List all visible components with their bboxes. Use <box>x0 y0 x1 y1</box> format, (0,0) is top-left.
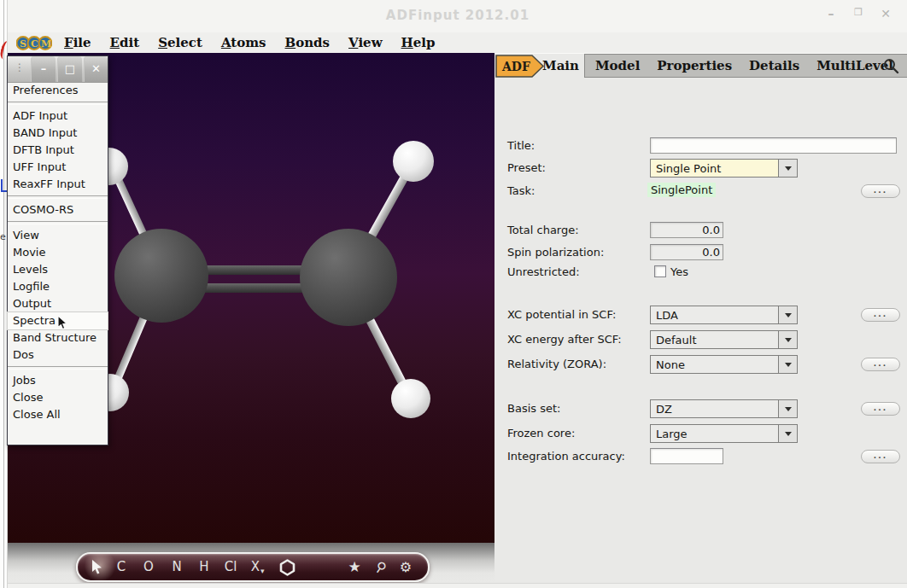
chevron-down-icon[interactable] <box>778 306 797 323</box>
menu-separator <box>8 366 108 370</box>
menu-view[interactable]: View <box>348 35 383 50</box>
tab-main[interactable]: Main <box>537 55 584 78</box>
tab-properties[interactable]: Properties <box>657 58 732 73</box>
preset-row: Preset: Single Point <box>494 159 907 178</box>
menu-item-levels[interactable]: Levels <box>8 261 108 278</box>
spin-polarization-label: Spin polarization: <box>507 246 604 259</box>
frozen-core-dropdown[interactable]: Large <box>650 424 798 443</box>
carbon-atom-left[interactable] <box>114 229 208 323</box>
menu-item-dftb-input[interactable]: DFTB Input <box>8 142 108 159</box>
menu-item-band-structure[interactable]: Band Structure <box>8 329 108 346</box>
basis-set-dropdown[interactable]: DZ <box>650 399 798 418</box>
preset-dropdown[interactable]: Single Point <box>650 159 798 178</box>
ring-tool-icon[interactable] <box>276 554 298 580</box>
unrestricted-label: Unrestricted: <box>507 265 580 278</box>
menu-item-output[interactable]: Output <box>8 295 108 312</box>
menu-item-preferences[interactable]: Preferences <box>8 82 108 99</box>
hydrogen-atom-button[interactable]: H <box>193 554 215 580</box>
menu-help[interactable]: Help <box>401 35 436 50</box>
menu-file[interactable]: File <box>64 35 91 50</box>
chevron-down-icon[interactable] <box>778 356 797 373</box>
oxygen-atom-button[interactable]: O <box>138 554 160 580</box>
menu-item-close-all[interactable]: Close All <box>8 406 108 423</box>
menu-item-dos[interactable]: Dos <box>8 346 108 364</box>
title-input[interactable] <box>650 137 897 154</box>
xc-potential-dropdown[interactable]: LDA <box>650 306 798 324</box>
carbon-atom-right[interactable] <box>300 229 397 326</box>
tab-multilevel[interactable]: MultiLevel <box>816 58 893 73</box>
menu-item-jobs[interactable]: Jobs <box>8 372 108 389</box>
measure-tool-icon[interactable]: ⚲ <box>370 554 392 580</box>
tab-details[interactable]: Details <box>749 58 799 73</box>
unrestricted-row: Unrestricted: Yes <box>494 263 907 282</box>
menu-titlebar[interactable]: ⋮ – □ ✕ <box>8 56 108 83</box>
menu-item-cosmo-rs[interactable]: COSMO-RS <box>8 201 108 218</box>
unrestricted-checkbox[interactable] <box>654 265 666 277</box>
atom-toolbar: C O N H Cl X▾ ★ ⚲ ⚙ <box>76 552 430 582</box>
titlebar[interactable]: ADFinput 2012.01 – ❒ ✕ <box>8 0 907 32</box>
maximize-icon[interactable]: ❒ <box>851 7 865 20</box>
hydrogen-atom-top-right[interactable] <box>393 141 434 182</box>
star-tool-icon[interactable]: ★ <box>343 554 366 580</box>
integration-accuracy-input[interactable] <box>650 448 723 464</box>
xc-energy-dropdown[interactable]: Default <box>650 330 798 349</box>
nitrogen-atom-button[interactable]: N <box>166 554 188 580</box>
chevron-down-icon[interactable] <box>778 331 797 348</box>
gear-icon[interactable]: ⚙ <box>395 554 417 580</box>
main-form: Title: Preset: Single Point Task: Single… <box>494 77 907 583</box>
menu-item-adf-input[interactable]: ADF Input <box>8 108 108 125</box>
pointer-tool-icon[interactable] <box>85 554 108 580</box>
spin-polarization-row: Spin polarization: <box>494 243 907 262</box>
menu-atoms[interactable]: Atoms <box>221 35 266 50</box>
hydrogen-atom-bottom-right[interactable] <box>391 379 430 418</box>
total-charge-input[interactable] <box>650 222 723 238</box>
chlorine-atom-button[interactable]: Cl <box>219 554 242 580</box>
frozen-core-row: Frozen core: Large <box>494 424 907 443</box>
menu-maximize-icon[interactable]: □ <box>57 56 82 82</box>
tab-model[interactable]: Model <box>595 58 640 73</box>
relativity-label: Relativity (ZORA): <box>507 358 606 370</box>
chevron-down-icon[interactable] <box>778 400 797 417</box>
task-value[interactable]: SinglePoint <box>647 183 716 197</box>
integration-accuracy-row: Integration accuracy: ... <box>494 447 907 466</box>
menu-item-close[interactable]: Close <box>8 389 108 406</box>
scm-logo-icon[interactable]: S C M <box>16 34 52 52</box>
minimize-icon[interactable]: – <box>824 7 838 20</box>
search-icon[interactable] <box>883 58 899 77</box>
tab-strip: Model Properties Details MultiLevel <box>584 54 907 78</box>
settings-panel: ADF Main Model Properties Details MultiL… <box>494 53 907 583</box>
screen: e ADFinput 2012.01 – ❒ ✕ S C M <box>0 0 907 588</box>
menu-item-view[interactable]: View <box>8 227 108 244</box>
menu-item-uff-input[interactable]: UFF Input <box>8 159 108 176</box>
spin-polarization-input[interactable] <box>650 244 723 260</box>
task-more-button[interactable]: ... <box>861 184 900 198</box>
close-icon[interactable]: ✕ <box>879 7 892 20</box>
relativity-more-button[interactable]: ... <box>861 358 900 371</box>
menu-separator <box>8 102 108 105</box>
window-bottom-edge <box>8 583 907 588</box>
menu-item-band-input[interactable]: BAND Input <box>8 125 108 142</box>
scm-torn-off-menu: ⋮ – □ ✕ Preferences ADF Input BAND Input… <box>7 55 108 445</box>
drag-handle-icon[interactable]: ⋮ <box>15 61 25 73</box>
menu-item-spectra[interactable]: Spectra <box>8 312 108 329</box>
menu-item-logfile[interactable]: Logfile <box>8 278 108 295</box>
chevron-down-icon[interactable] <box>778 425 797 442</box>
carbon-atom-button[interactable]: C <box>110 554 132 580</box>
svg-text:M: M <box>41 38 51 49</box>
task-label: Task: <box>507 184 535 197</box>
menu-item-movie[interactable]: Movie <box>8 244 108 261</box>
element-x-dropdown-button[interactable]: X▾ <box>244 554 266 580</box>
menu-edit[interactable]: Edit <box>110 35 140 50</box>
menu-minimize-icon[interactable]: – <box>31 56 56 82</box>
chevron-down-icon[interactable] <box>778 160 797 177</box>
menu-bonds[interactable]: Bonds <box>285 35 331 50</box>
menu-select[interactable]: Select <box>158 35 202 50</box>
relativity-dropdown[interactable]: None <box>650 355 798 374</box>
background-window-edge <box>3 0 4 588</box>
xc-potential-more-button[interactable]: ... <box>861 308 900 322</box>
basis-set-more-button[interactable]: ... <box>861 402 900 416</box>
menu-item-reaxff-input[interactable]: ReaxFF Input <box>8 176 108 193</box>
menu-close-icon[interactable]: ✕ <box>84 56 108 82</box>
integration-accuracy-more-button[interactable]: ... <box>861 450 900 463</box>
total-charge-label: Total charge: <box>507 224 579 236</box>
